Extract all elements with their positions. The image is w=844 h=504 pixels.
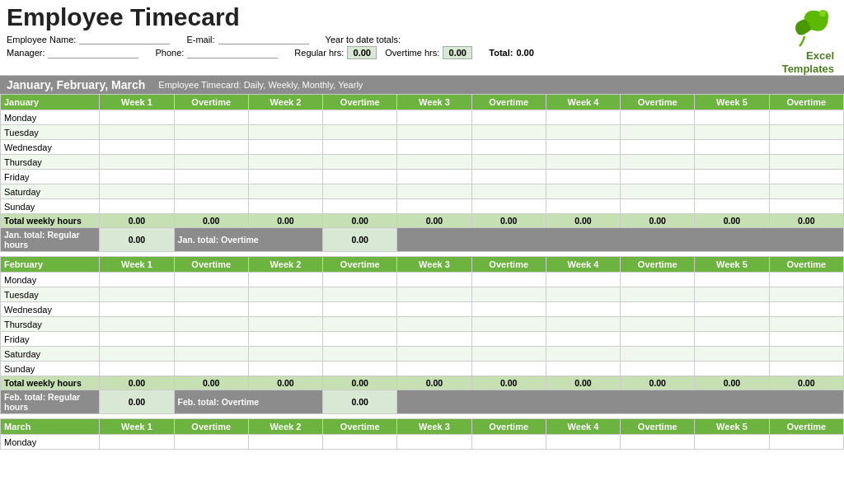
feb-weekly-label: Total weekly hours <box>1 376 100 390</box>
total-label: Total: <box>489 48 513 58</box>
feb-ot4-header: Overtime <box>621 257 695 273</box>
phone-label: Phone: <box>155 48 184 58</box>
mar-monday: Monday <box>1 435 844 450</box>
feb-total-weekly: Total weekly hours 0.00 0.00 0.00 0.00 0… <box>1 376 844 390</box>
jan-mon-w3[interactable] <box>397 110 471 125</box>
feb-ot2-header: Overtime <box>323 257 397 273</box>
excel-templates-logo <box>780 5 837 48</box>
feb-wednesday-label: Wednesday <box>1 302 100 317</box>
mar-ot3-header: Overtime <box>471 419 546 435</box>
feb-w1-total: 0.00 <box>100 376 174 390</box>
mar-week5-header: Week 5 <box>695 419 769 435</box>
jan-mon-w4[interactable] <box>546 110 620 125</box>
jan-w4-total: 0.00 <box>546 214 620 228</box>
jan-thursday-label: Thursday <box>1 155 100 170</box>
feb-regular-label: Feb. total: Regular hours <box>1 390 100 414</box>
jan-friday: Friday <box>1 170 844 184</box>
mar-week2-header: Week 2 <box>248 419 322 435</box>
feb-w2-total: 0.00 <box>248 376 322 390</box>
feb-tuesday-label: Tuesday <box>1 287 100 302</box>
jan-mon-ot3[interactable] <box>471 110 546 125</box>
email-input[interactable] <box>218 34 309 44</box>
feb-ot-label: Feb. total: Overtime <box>174 390 323 414</box>
jan-monday: Monday <box>1 110 844 125</box>
jan-ot4-total: 0.00 <box>621 214 695 228</box>
jan-ot2-header: Overtime <box>323 95 397 110</box>
feb-regular-value: 0.00 <box>100 390 174 414</box>
jan-mon-w5[interactable] <box>695 110 769 125</box>
jan-sunday-label: Sunday <box>1 199 100 214</box>
february-label: February <box>1 257 100 273</box>
jan-ot1-total: 0.00 <box>174 214 248 228</box>
feb-w3-total: 0.00 <box>397 376 471 390</box>
march-label: March <box>1 419 100 435</box>
jan-mon-w2[interactable] <box>248 110 322 125</box>
jan-monday-label: Monday <box>1 110 100 125</box>
feb-saturday: Saturday <box>1 347 844 362</box>
jan-mon-ot1[interactable] <box>174 110 248 125</box>
jan-mon-ot2[interactable] <box>323 110 397 125</box>
svg-point-1 <box>819 10 826 16</box>
jan-week2-header: Week 2 <box>248 95 322 110</box>
manager-label: Manager: <box>7 48 45 58</box>
page-title: Employee Timecard <box>7 3 780 30</box>
feb-ot5-total: 0.00 <box>769 376 843 390</box>
feb-week2-header: Week 2 <box>248 257 322 273</box>
overtime-hrs-label: Overtime hrs: <box>385 48 439 58</box>
total-value: 0.00 <box>516 48 533 58</box>
jan-w3-total: 0.00 <box>397 214 471 228</box>
feb-friday-label: Friday <box>1 332 100 347</box>
mar-ot2-header: Overtime <box>323 419 397 435</box>
jan-w5-total: 0.00 <box>695 214 769 228</box>
jan-ot5-header: Overtime <box>769 95 843 110</box>
month-section-subtitle: Employee Timecard: Daily, Weekly, Monthl… <box>158 80 363 90</box>
jan-ot-value: 0.00 <box>323 228 397 252</box>
jan-friday-label: Friday <box>1 170 100 184</box>
feb-sunday: Sunday <box>1 362 844 376</box>
january-table: January Week 1 Overtime Week 2 Overtime … <box>0 94 844 252</box>
jan-tuesday-label: Tuesday <box>1 125 100 140</box>
employee-name-input[interactable] <box>79 34 170 44</box>
feb-sunday-label: Sunday <box>1 362 100 376</box>
feb-wednesday: Wednesday <box>1 302 844 317</box>
jan-mon-ot5[interactable] <box>769 110 843 125</box>
mar-monday-label: Monday <box>1 435 100 450</box>
overtime-hrs-value: 0.00 <box>443 46 472 59</box>
jan-thursday: Thursday <box>1 155 844 170</box>
logo-text: ExcelTemplates <box>780 49 837 75</box>
jan-week1-header: Week 1 <box>100 95 174 110</box>
feb-ot1-header: Overtime <box>174 257 248 273</box>
feb-w5-total: 0.00 <box>695 376 769 390</box>
phone-input[interactable] <box>187 48 278 58</box>
employee-name-label: Employee Name: <box>7 35 76 44</box>
january-header: January Week 1 Overtime Week 2 Overtime … <box>1 95 844 110</box>
jan-ot3-total: 0.00 <box>471 214 546 228</box>
jan-ot-label: Jan. total: Overtime <box>174 228 323 252</box>
feb-ot4-total: 0.00 <box>621 376 695 390</box>
jan-w1-total: 0.00 <box>100 214 174 228</box>
feb-totals-row: Feb. total: Regular hours 0.00 Feb. tota… <box>1 390 844 414</box>
month-section-header: January, February, March Employee Timeca… <box>0 76 844 94</box>
feb-ot2-total: 0.00 <box>323 376 397 390</box>
jan-mon-ot4[interactable] <box>621 110 695 125</box>
jan-regular-label: Jan. total: Regular hours <box>1 228 100 252</box>
feb-monday-label: Monday <box>1 273 100 287</box>
jan-week3-header: Week 3 <box>397 95 471 110</box>
jan-week5-header: Week 5 <box>695 95 769 110</box>
jan-mon-w1[interactable] <box>100 110 174 125</box>
jan-saturday-label: Saturday <box>1 184 100 199</box>
feb-ot-value: 0.00 <box>323 390 397 414</box>
email-label: E-mail: <box>186 35 214 44</box>
manager-input[interactable] <box>48 48 138 58</box>
jan-totals-row: Jan. total: Regular hours 0.00 Jan. tota… <box>1 228 844 252</box>
jan-total-weekly: Total weekly hours 0.00 0.00 0.00 0.00 0… <box>1 214 844 228</box>
feb-week3-header: Week 3 <box>397 257 471 273</box>
jan-ot1-header: Overtime <box>174 95 248 110</box>
february-table: February Week 1 Overtime Week 2 Overtime… <box>0 256 844 414</box>
feb-friday: Friday <box>1 332 844 347</box>
jan-ot2-total: 0.00 <box>323 214 397 228</box>
feb-saturday-label: Saturday <box>1 347 100 362</box>
mar-ot4-header: Overtime <box>621 419 695 435</box>
feb-thursday-label: Thursday <box>1 317 100 332</box>
feb-ot1-total: 0.00 <box>174 376 248 390</box>
